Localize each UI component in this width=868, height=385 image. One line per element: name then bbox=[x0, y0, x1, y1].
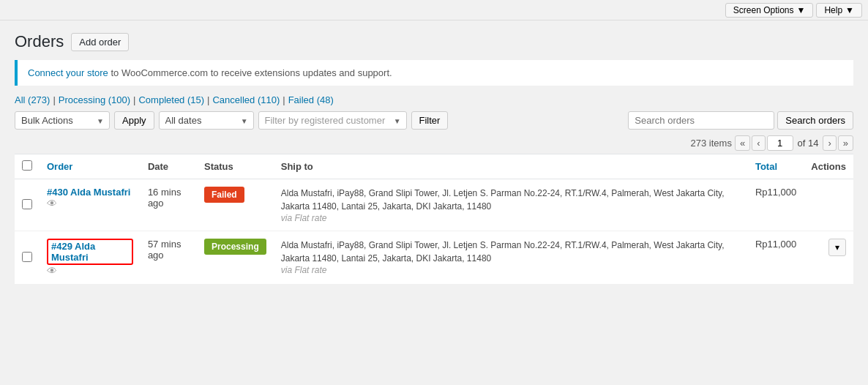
tablenav-left: Bulk Actions Apply All dates Filter by r… bbox=[15, 111, 628, 130]
order-cell: #430 Alda Mustafri 👁 bbox=[40, 179, 141, 231]
notice-bar: Connect your store to WooCommerce.com to… bbox=[15, 60, 853, 86]
total-cell: Rp11,000 bbox=[748, 179, 804, 231]
total-col-header[interactable]: Total bbox=[748, 154, 804, 179]
first-page-button[interactable]: « bbox=[735, 135, 750, 151]
row-checkbox[interactable] bbox=[22, 199, 32, 209]
page-header: Orders Add order bbox=[15, 32, 853, 51]
status-badge: Processing bbox=[204, 239, 266, 255]
items-count: 273 items bbox=[691, 138, 732, 149]
notice-message: to WooCommerce.com to receive extensions… bbox=[108, 67, 392, 78]
actions-cell bbox=[804, 179, 853, 231]
filter-all[interactable]: All (273) bbox=[15, 94, 50, 105]
order-status-filter-bar: All (273) | Processing (100) | Completed… bbox=[15, 94, 853, 105]
bulk-actions-select[interactable]: Bulk Actions bbox=[15, 111, 110, 130]
filter-button[interactable]: Filter bbox=[411, 111, 449, 130]
actions-cell: ▾ bbox=[804, 231, 853, 285]
customer-filter-select[interactable]: Filter by registered customer bbox=[258, 111, 407, 130]
dates-filter-wrap: All dates bbox=[159, 111, 254, 130]
prev-page-button[interactable]: ‹ bbox=[752, 135, 765, 151]
order-link[interactable]: #430 Alda Mustafri bbox=[47, 187, 130, 198]
page-total: of 14 bbox=[798, 138, 819, 149]
table-row: #430 Alda Mustafri 👁16 mins agoFailedAld… bbox=[15, 179, 853, 231]
ship-rate: via Flat rate bbox=[281, 265, 741, 275]
date-cell: 16 mins ago bbox=[141, 179, 197, 231]
help-button[interactable]: Help ▼ bbox=[816, 3, 862, 18]
row-checkbox-cell bbox=[15, 231, 40, 285]
orders-table: Order Date Status Ship to Total Actions … bbox=[15, 154, 853, 285]
date-col-header: Date bbox=[141, 154, 197, 179]
next-page-button[interactable]: › bbox=[823, 135, 836, 151]
order-col-header[interactable]: Order bbox=[40, 154, 141, 179]
action-chevron-button[interactable]: ▾ bbox=[828, 239, 846, 256]
filter-failed[interactable]: Failed (48) bbox=[288, 94, 334, 105]
ship-address: Alda Mustafri, iPay88, Grand Slipi Tower… bbox=[281, 239, 741, 265]
current-page-input[interactable] bbox=[767, 135, 793, 151]
select-all-col bbox=[15, 154, 40, 179]
customer-filter-wrap: Filter by registered customer bbox=[258, 111, 407, 130]
date-cell: 57 mins ago bbox=[141, 231, 197, 285]
last-page-button[interactable]: » bbox=[838, 135, 853, 151]
screen-options-button[interactable]: Screen Options ▼ bbox=[725, 3, 814, 18]
add-order-button[interactable]: Add order bbox=[71, 33, 129, 51]
ship-to-col-header: Ship to bbox=[274, 154, 748, 179]
ship-to-cell: Alda Mustafri, iPay88, Grand Slipi Tower… bbox=[274, 179, 748, 231]
status-cell: Failed bbox=[197, 179, 274, 231]
filter-processing[interactable]: Processing (100) bbox=[59, 94, 130, 105]
search-input[interactable] bbox=[628, 111, 774, 130]
total-cell: Rp11,000 bbox=[748, 231, 804, 285]
row-checkbox-cell bbox=[15, 179, 40, 231]
actions-col-header: Actions bbox=[804, 154, 853, 179]
status-badge: Failed bbox=[204, 187, 244, 203]
ship-to-cell: Alda Mustafri, iPay88, Grand Slipi Tower… bbox=[274, 231, 748, 285]
pagination: « ‹ of 14 › » bbox=[735, 135, 853, 151]
bulk-actions-wrap: Bulk Actions bbox=[15, 111, 110, 130]
ship-rate: via Flat rate bbox=[281, 213, 741, 223]
filter-completed[interactable]: Completed (15) bbox=[138, 94, 204, 105]
help-chevron-icon: ▼ bbox=[845, 5, 854, 15]
tablenav-right: Search orders bbox=[628, 111, 853, 130]
view-icon[interactable]: 👁 bbox=[47, 198, 57, 209]
view-icon[interactable]: 👁 bbox=[47, 265, 57, 277]
screen-options-label: Screen Options bbox=[733, 5, 794, 15]
order-cell: #429 Alda Mustafri 👁 bbox=[40, 231, 141, 285]
screen-options-chevron-icon: ▼ bbox=[797, 5, 806, 15]
filter-cancelled[interactable]: Cancelled (110) bbox=[212, 94, 280, 105]
help-label: Help bbox=[824, 5, 842, 15]
select-all-checkbox[interactable] bbox=[22, 160, 32, 171]
order-link[interactable]: #429 Alda Mustafri bbox=[47, 239, 133, 265]
search-orders-wrap: Search orders bbox=[628, 111, 853, 130]
row-checkbox[interactable] bbox=[22, 252, 32, 262]
page-content: Orders Add order Connect your store to W… bbox=[0, 20, 868, 385]
status-cell: Processing bbox=[197, 231, 274, 285]
search-orders-button[interactable]: Search orders bbox=[777, 111, 853, 130]
apply-button[interactable]: Apply bbox=[114, 111, 154, 130]
ship-address: Alda Mustafri, iPay88, Grand Slipi Tower… bbox=[281, 187, 741, 213]
table-row: #429 Alda Mustafri 👁57 mins agoProcessin… bbox=[15, 231, 853, 285]
page-title: Orders bbox=[15, 32, 64, 51]
connect-store-link[interactable]: Connect your store bbox=[28, 67, 108, 78]
top-bar: Screen Options ▼ Help ▼ bbox=[0, 0, 868, 20]
dates-filter-select[interactable]: All dates bbox=[159, 111, 254, 130]
status-col-header: Status bbox=[197, 154, 274, 179]
